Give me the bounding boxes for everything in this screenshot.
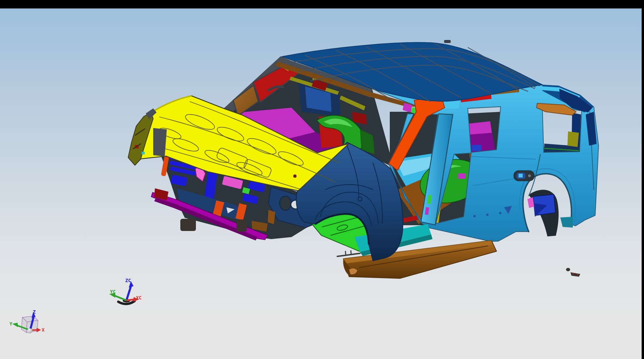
view-y-label: Y <box>9 321 13 326</box>
loose-part-red-dot <box>572 273 574 274</box>
wcs-z-axis[interactable] <box>126 287 131 300</box>
tow-hook[interactable] <box>180 219 196 231</box>
body-bolt <box>474 215 476 217</box>
quarter-window-olive-bracket[interactable] <box>567 131 579 147</box>
headlamp-hole-1 <box>280 196 291 210</box>
hood-latch-dot <box>293 174 297 178</box>
top-black-bar <box>0 0 644 8</box>
loose-parts[interactable] <box>566 268 580 277</box>
wcs-x-label[interactable]: XC <box>136 295 142 300</box>
lower-hanger <box>237 219 247 232</box>
cad-application-window: ZC YC XC Z Y X <box>0 0 644 359</box>
body-bolt <box>499 212 502 214</box>
rear-wheelhouse[interactable] <box>527 190 559 236</box>
loose-part-bar[interactable] <box>570 272 580 277</box>
sill-rod-pin-2 <box>351 250 351 254</box>
view-origin-sphere[interactable] <box>27 329 33 334</box>
wcs-x-axis[interactable] <box>126 299 134 300</box>
view-y-arrowhead <box>12 323 18 327</box>
rear-lower-teal-wedge <box>560 217 573 228</box>
model-canvas[interactable]: ZC YC XC Z Y X <box>0 8 642 359</box>
graphics-viewport[interactable]: ZC YC XC Z Y X <box>0 8 642 359</box>
loose-part-red-dot <box>577 274 578 275</box>
cowl-side-metal <box>153 128 167 156</box>
sill-rod-pin-1 <box>345 251 346 255</box>
wcs-y-axis[interactable] <box>114 295 126 300</box>
body-bolt <box>486 214 489 216</box>
right-black-bar <box>642 0 644 359</box>
rear-door-handle[interactable] <box>514 171 534 181</box>
view-x-arrowhead <box>37 328 41 332</box>
wcs-z-label[interactable]: ZC <box>125 278 131 283</box>
roof-antenna-mount <box>444 40 451 43</box>
wcs-y-label[interactable]: YC <box>110 289 116 294</box>
sill-rod <box>337 253 360 256</box>
loose-part-dot[interactable] <box>566 268 570 271</box>
left-fender-teal-chip <box>142 152 145 154</box>
car-body-model[interactable] <box>128 40 599 278</box>
view-x-label: X <box>42 327 45 333</box>
wcs-triad[interactable]: ZC YC XC <box>109 278 142 304</box>
rear-blue-chip <box>472 145 481 151</box>
view-triad[interactable]: Z Y X <box>9 309 45 334</box>
interior-magenta-chip <box>458 173 466 179</box>
view-z-label: Z <box>33 309 36 315</box>
